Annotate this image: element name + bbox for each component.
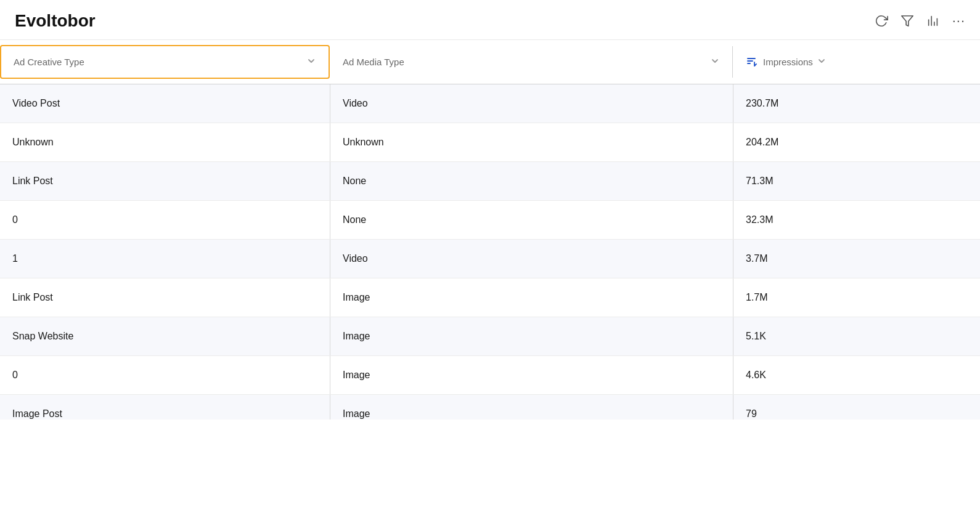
cell-media-type: Video: [330, 240, 733, 278]
cell-creative-type: 0: [0, 201, 330, 239]
cell-creative-type: Link Post: [0, 278, 330, 317]
cell-impressions: 5.1K: [733, 317, 980, 355]
app-header: Evoltobor ···: [0, 0, 980, 40]
cell-impressions: 1.7M: [733, 278, 980, 317]
chevron-down-icon: [306, 56, 316, 68]
cell-media-type: Video: [330, 84, 733, 123]
cell-media-type: Image: [330, 317, 733, 355]
col-label-impressions: Impressions: [763, 57, 813, 67]
sort-desc-icon: [746, 55, 757, 69]
table-row: Unknown Unknown 204.2M: [0, 123, 980, 162]
table-row: Image Post Image 79: [0, 395, 980, 420]
cell-media-type: Image: [330, 356, 733, 394]
page-title: Evoltobor: [15, 11, 96, 31]
table-row: Video Post Video 230.7M: [0, 84, 980, 123]
col-header-ad-media-type[interactable]: Ad Media Type: [330, 46, 733, 78]
cell-impressions: 230.7M: [733, 84, 980, 123]
table-row: Link Post None 71.3M: [0, 162, 980, 201]
chevron-down-icon: [817, 56, 827, 68]
cell-creative-type: Unknown: [0, 123, 330, 161]
cell-creative-type: 1: [0, 240, 330, 278]
table-body: Video Post Video 230.7M Unknown Unknown …: [0, 84, 980, 420]
cell-impressions: 32.3M: [733, 201, 980, 239]
cell-creative-type: 0: [0, 356, 330, 394]
cell-media-type: Image: [330, 395, 733, 420]
table-row: 1 Video 3.7M: [0, 240, 980, 278]
more-icon[interactable]: ···: [952, 13, 965, 29]
table-row: 0 Image 4.6K: [0, 356, 980, 395]
chevron-down-icon: [710, 56, 720, 68]
chart-icon[interactable]: [926, 14, 940, 28]
svg-marker-0: [901, 16, 912, 26]
col-header-impressions[interactable]: Impressions: [733, 46, 980, 79]
cell-impressions: 204.2M: [733, 123, 980, 161]
col-label-ad-media-type: Ad Media Type: [343, 57, 404, 67]
column-headers: Ad Creative Type Ad Media Type Impressio…: [0, 40, 980, 84]
cell-media-type: None: [330, 162, 733, 200]
table-row: Link Post Image 1.7M: [0, 278, 980, 317]
header-actions: ···: [875, 13, 965, 29]
cell-media-type: None: [330, 201, 733, 239]
table-row: 0 None 32.3M: [0, 201, 980, 240]
cell-creative-type: Link Post: [0, 162, 330, 200]
cell-impressions: 71.3M: [733, 162, 980, 200]
col-header-ad-creative-type[interactable]: Ad Creative Type: [0, 45, 330, 79]
cell-impressions: 3.7M: [733, 240, 980, 278]
cell-impressions: 4.6K: [733, 356, 980, 394]
cell-creative-type: Snap Website: [0, 317, 330, 355]
refresh-icon[interactable]: [875, 14, 888, 28]
filter-icon[interactable]: [900, 14, 914, 28]
cell-creative-type: Image Post: [0, 395, 330, 420]
cell-creative-type: Video Post: [0, 84, 330, 123]
cell-impressions: 79: [733, 395, 980, 420]
cell-media-type: Image: [330, 278, 733, 317]
table-row: Snap Website Image 5.1K: [0, 317, 980, 356]
cell-media-type: Unknown: [330, 123, 733, 161]
col-label-ad-creative-type: Ad Creative Type: [14, 57, 84, 67]
